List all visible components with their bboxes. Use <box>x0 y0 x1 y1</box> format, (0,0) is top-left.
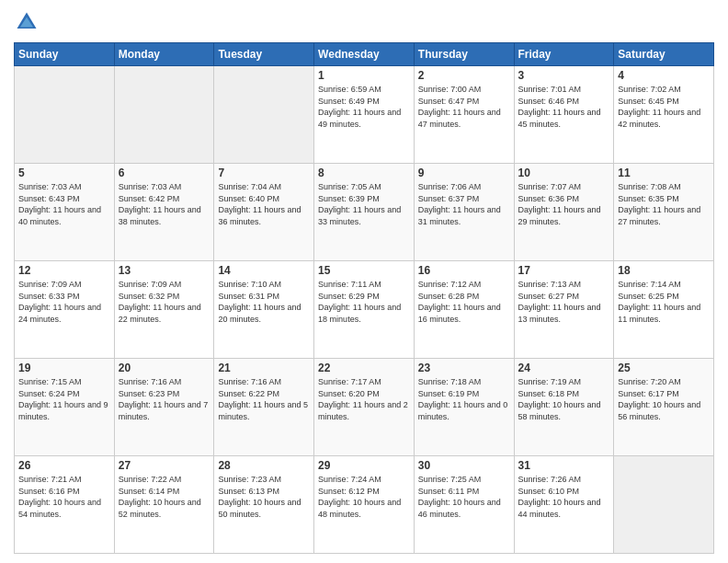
day-info: Sunrise: 7:17 AMSunset: 6:20 PMDaylight:… <box>318 376 410 422</box>
day-info: Sunrise: 7:22 AMSunset: 6:14 PMDaylight:… <box>119 474 210 520</box>
day-number: 26 <box>18 459 110 472</box>
day-number: 2 <box>418 69 510 82</box>
week-row-1: 5Sunrise: 7:03 AMSunset: 6:43 PMDaylight… <box>15 164 714 261</box>
day-info: Sunrise: 7:01 AMSunset: 6:46 PMDaylight:… <box>518 84 610 130</box>
day-info: Sunrise: 7:13 AMSunset: 6:27 PMDaylight:… <box>518 279 610 325</box>
day-number: 24 <box>518 362 610 374</box>
day-cell: 21Sunrise: 7:16 AMSunset: 6:22 PMDayligh… <box>214 359 314 456</box>
calendar: SundayMondayTuesdayWednesdayThursdayFrid… <box>14 42 714 554</box>
day-info: Sunrise: 7:00 AMSunset: 6:47 PMDaylight:… <box>418 84 510 130</box>
day-info: Sunrise: 7:05 AMSunset: 6:39 PMDaylight:… <box>318 181 410 227</box>
day-number: 27 <box>119 459 210 472</box>
day-cell: 1Sunrise: 6:59 AMSunset: 6:49 PMDaylight… <box>314 66 415 164</box>
day-number: 9 <box>418 167 510 179</box>
week-row-2: 12Sunrise: 7:09 AMSunset: 6:33 PMDayligh… <box>15 261 714 359</box>
weekday-header-thursday: Thursday <box>414 43 514 66</box>
day-cell: 19Sunrise: 7:15 AMSunset: 6:24 PMDayligh… <box>15 359 115 456</box>
day-info: Sunrise: 7:04 AMSunset: 6:40 PMDaylight:… <box>218 181 310 227</box>
day-cell: 5Sunrise: 7:03 AMSunset: 6:43 PMDaylight… <box>15 164 115 261</box>
day-cell: 12Sunrise: 7:09 AMSunset: 6:33 PMDayligh… <box>15 261 115 359</box>
logo-icon <box>14 9 40 35</box>
week-row-4: 26Sunrise: 7:21 AMSunset: 6:16 PMDayligh… <box>15 456 714 554</box>
day-cell: 30Sunrise: 7:25 AMSunset: 6:11 PMDayligh… <box>414 456 514 554</box>
day-cell: 11Sunrise: 7:08 AMSunset: 6:35 PMDayligh… <box>614 164 714 261</box>
day-cell <box>214 66 314 164</box>
day-number: 23 <box>418 362 510 374</box>
day-cell: 10Sunrise: 7:07 AMSunset: 6:36 PMDayligh… <box>514 164 614 261</box>
weekday-header-sunday: Sunday <box>15 43 115 66</box>
day-info: Sunrise: 7:11 AMSunset: 6:29 PMDaylight:… <box>318 279 410 325</box>
day-number: 7 <box>218 167 310 179</box>
day-number: 20 <box>119 362 210 374</box>
day-number: 19 <box>18 362 110 374</box>
day-info: Sunrise: 7:19 AMSunset: 6:18 PMDaylight:… <box>518 376 610 422</box>
day-info: Sunrise: 7:15 AMSunset: 6:24 PMDaylight:… <box>18 376 110 422</box>
day-cell: 26Sunrise: 7:21 AMSunset: 6:16 PMDayligh… <box>15 456 115 554</box>
day-number: 6 <box>119 167 210 179</box>
day-number: 4 <box>618 69 710 82</box>
day-info: Sunrise: 7:03 AMSunset: 6:42 PMDaylight:… <box>119 181 210 227</box>
day-number: 21 <box>218 362 310 374</box>
day-info: Sunrise: 7:16 AMSunset: 6:23 PMDaylight:… <box>119 376 210 422</box>
day-info: Sunrise: 7:02 AMSunset: 6:45 PMDaylight:… <box>618 84 710 130</box>
day-cell: 3Sunrise: 7:01 AMSunset: 6:46 PMDaylight… <box>514 66 614 164</box>
day-cell: 13Sunrise: 7:09 AMSunset: 6:32 PMDayligh… <box>114 261 214 359</box>
weekday-header-tuesday: Tuesday <box>214 43 314 66</box>
day-info: Sunrise: 7:09 AMSunset: 6:32 PMDaylight:… <box>119 279 210 325</box>
day-cell: 14Sunrise: 7:10 AMSunset: 6:31 PMDayligh… <box>214 261 314 359</box>
day-info: Sunrise: 7:26 AMSunset: 6:10 PMDaylight:… <box>518 474 610 520</box>
day-info: Sunrise: 7:14 AMSunset: 6:25 PMDaylight:… <box>618 279 710 325</box>
day-cell: 2Sunrise: 7:00 AMSunset: 6:47 PMDaylight… <box>414 66 514 164</box>
day-cell <box>114 66 214 164</box>
week-row-3: 19Sunrise: 7:15 AMSunset: 6:24 PMDayligh… <box>15 359 714 456</box>
day-number: 14 <box>218 264 310 277</box>
day-number: 5 <box>18 167 110 179</box>
day-cell: 17Sunrise: 7:13 AMSunset: 6:27 PMDayligh… <box>514 261 614 359</box>
weekday-header-wednesday: Wednesday <box>314 43 415 66</box>
day-info: Sunrise: 7:09 AMSunset: 6:33 PMDaylight:… <box>18 279 110 325</box>
day-cell: 31Sunrise: 7:26 AMSunset: 6:10 PMDayligh… <box>514 456 614 554</box>
day-cell: 23Sunrise: 7:18 AMSunset: 6:19 PMDayligh… <box>414 359 514 456</box>
day-info: Sunrise: 7:20 AMSunset: 6:17 PMDaylight:… <box>618 376 710 422</box>
day-cell <box>15 66 115 164</box>
day-number: 31 <box>518 459 610 472</box>
day-info: Sunrise: 7:10 AMSunset: 6:31 PMDaylight:… <box>218 279 310 325</box>
weekday-header-saturday: Saturday <box>614 43 714 66</box>
day-info: Sunrise: 6:59 AMSunset: 6:49 PMDaylight:… <box>318 84 410 130</box>
day-number: 12 <box>18 264 110 277</box>
day-number: 3 <box>518 69 610 82</box>
day-cell: 29Sunrise: 7:24 AMSunset: 6:12 PMDayligh… <box>314 456 415 554</box>
day-info: Sunrise: 7:06 AMSunset: 6:37 PMDaylight:… <box>418 181 510 227</box>
weekday-header-monday: Monday <box>114 43 214 66</box>
day-number: 25 <box>618 362 710 374</box>
page: SundayMondayTuesdayWednesdayThursdayFrid… <box>0 0 728 563</box>
day-number: 30 <box>418 459 510 472</box>
day-number: 16 <box>418 264 510 277</box>
logo <box>14 9 43 35</box>
day-number: 18 <box>618 264 710 277</box>
day-info: Sunrise: 7:12 AMSunset: 6:28 PMDaylight:… <box>418 279 510 325</box>
day-info: Sunrise: 7:08 AMSunset: 6:35 PMDaylight:… <box>618 181 710 227</box>
header <box>14 9 714 35</box>
day-number: 1 <box>318 69 410 82</box>
day-cell: 4Sunrise: 7:02 AMSunset: 6:45 PMDaylight… <box>614 66 714 164</box>
day-number: 10 <box>518 167 610 179</box>
weekday-header-friday: Friday <box>514 43 614 66</box>
day-info: Sunrise: 7:21 AMSunset: 6:16 PMDaylight:… <box>18 474 110 520</box>
day-info: Sunrise: 7:25 AMSunset: 6:11 PMDaylight:… <box>418 474 510 520</box>
day-cell <box>614 456 714 554</box>
day-number: 11 <box>618 167 710 179</box>
day-number: 22 <box>318 362 410 374</box>
day-cell: 9Sunrise: 7:06 AMSunset: 6:37 PMDaylight… <box>414 164 514 261</box>
day-info: Sunrise: 7:07 AMSunset: 6:36 PMDaylight:… <box>518 181 610 227</box>
day-cell: 18Sunrise: 7:14 AMSunset: 6:25 PMDayligh… <box>614 261 714 359</box>
day-info: Sunrise: 7:18 AMSunset: 6:19 PMDaylight:… <box>418 376 510 422</box>
day-cell: 6Sunrise: 7:03 AMSunset: 6:42 PMDaylight… <box>114 164 214 261</box>
day-info: Sunrise: 7:03 AMSunset: 6:43 PMDaylight:… <box>18 181 110 227</box>
weekday-header-row: SundayMondayTuesdayWednesdayThursdayFrid… <box>15 43 714 66</box>
day-cell: 24Sunrise: 7:19 AMSunset: 6:18 PMDayligh… <box>514 359 614 456</box>
week-row-0: 1Sunrise: 6:59 AMSunset: 6:49 PMDaylight… <box>15 66 714 164</box>
day-cell: 27Sunrise: 7:22 AMSunset: 6:14 PMDayligh… <box>114 456 214 554</box>
day-info: Sunrise: 7:24 AMSunset: 6:12 PMDaylight:… <box>318 474 410 520</box>
day-number: 15 <box>318 264 410 277</box>
